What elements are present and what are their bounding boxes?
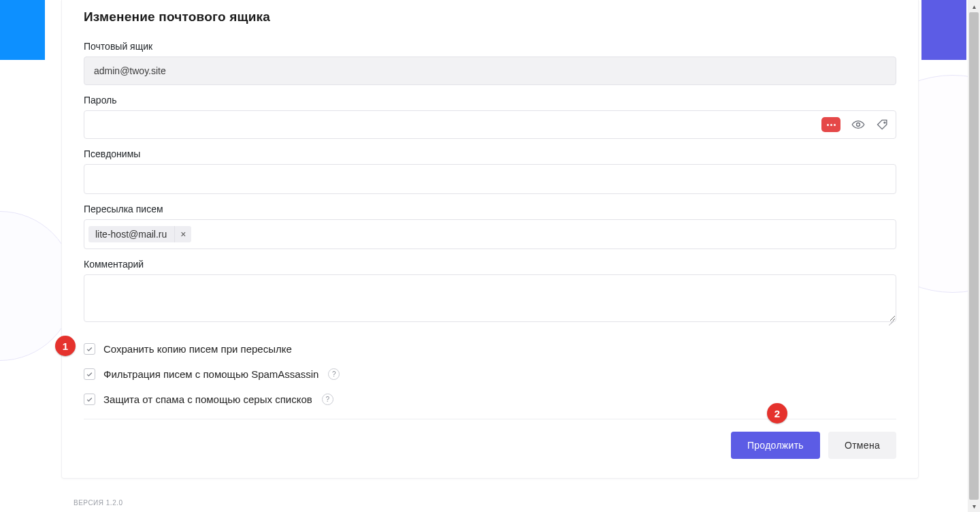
annotation-badge-1: 1 (55, 336, 76, 356)
forward-tag-label: lite-host@mail.ru (88, 226, 174, 242)
accent-bar-right (921, 0, 966, 60)
accent-bar-left (0, 0, 45, 60)
annotation-badge-2: 2 (767, 403, 787, 423)
mailbox-label: Почтовый ящик (84, 41, 896, 52)
forward-tag: lite-host@mail.ru × (88, 226, 191, 242)
eye-icon[interactable] (851, 118, 865, 131)
spamassassin-checkbox[interactable] (84, 368, 95, 380)
aliases-label: Псевдонимы (84, 148, 896, 159)
scroll-thumb[interactable] (969, 12, 979, 500)
version-text: ВЕРСИЯ 1.2.0 (74, 499, 123, 507)
greylist-checkbox[interactable] (84, 394, 95, 405)
password-input[interactable] (84, 110, 896, 139)
cancel-button[interactable]: Отмена (828, 432, 896, 459)
save-copy-label: Сохранить копию писем при пересылке (103, 343, 292, 355)
edit-mailbox-card: Изменение почтового ящика Почтовый ящик … (61, 0, 919, 479)
password-label: Пароль (84, 95, 896, 106)
continue-button[interactable]: Продолжить (731, 432, 820, 459)
greylist-label: Защита от спама с помощью серых списков (103, 394, 312, 405)
svg-point-1 (884, 122, 885, 123)
forward-input[interactable]: lite-host@mail.ru × (84, 219, 896, 249)
forward-tag-remove-icon[interactable]: × (174, 226, 191, 242)
aliases-input[interactable] (84, 164, 896, 194)
forward-label: Пересылка писем (84, 204, 896, 214)
page-title: Изменение почтового ящика (84, 0, 896, 41)
password-strength-icon[interactable] (821, 117, 840, 132)
help-icon[interactable]: ? (322, 394, 333, 405)
help-icon[interactable]: ? (328, 368, 340, 380)
scroll-up-icon[interactable]: ▴ (968, 0, 980, 12)
comment-textarea[interactable] (84, 274, 896, 322)
scroll-down-icon[interactable]: ▾ (968, 500, 980, 512)
tag-icon[interactable] (876, 118, 889, 131)
svg-point-0 (857, 123, 860, 127)
comment-label: Комментарий (84, 259, 896, 270)
spamassassin-label: Фильтрация писем с помощью SpamAssassin (103, 368, 318, 380)
mailbox-field: admin@twoy.site (84, 57, 896, 85)
scrollbar[interactable]: ▴ ▾ (968, 0, 980, 512)
save-copy-checkbox[interactable] (84, 343, 95, 355)
